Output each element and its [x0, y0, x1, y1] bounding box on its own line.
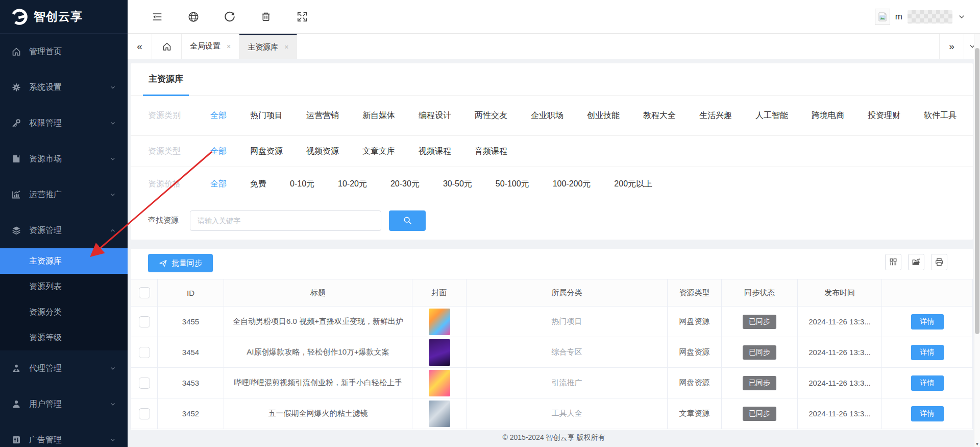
- sidebar-subitem-main-repository[interactable]: 主资源库: [0, 248, 128, 274]
- row-checkbox[interactable]: [139, 378, 150, 389]
- filter-option[interactable]: 企业职场: [531, 110, 564, 121]
- brand-logo-icon: [10, 8, 29, 26]
- row-cover-cell: [412, 307, 467, 337]
- filter-label: 资源类型: [148, 146, 189, 157]
- column-display-button[interactable]: [885, 254, 901, 270]
- table-tools: [885, 254, 947, 270]
- close-icon[interactable]: ×: [227, 42, 231, 51]
- chevron-down-icon: [109, 120, 116, 127]
- filter-option[interactable]: 免费: [250, 179, 266, 190]
- filter-option[interactable]: 文章文库: [362, 146, 395, 157]
- filter-option[interactable]: 编程设计: [419, 110, 451, 121]
- fullscreen-icon[interactable]: [296, 11, 308, 23]
- sidebar-subitem-resource-level[interactable]: 资源等级: [0, 325, 128, 350]
- row-action-cell: 详情: [882, 398, 972, 429]
- filter-option[interactable]: 全部: [210, 179, 227, 190]
- search-icon: [403, 216, 412, 225]
- print-button[interactable]: [931, 254, 947, 270]
- filter-option[interactable]: 全部: [210, 146, 227, 157]
- user-menu[interactable]: m: [875, 9, 966, 25]
- resource-table: ID 标题 封面 所属分类 资源类型 同步状态 发布时间 3455: [131, 279, 973, 429]
- filter-option[interactable]: 200元以上: [614, 179, 652, 190]
- sidebar-item-resource-management[interactable]: 资源管理: [0, 213, 128, 248]
- sidebar-subitem-resource-list[interactable]: 资源列表: [0, 274, 128, 299]
- user-icon: [11, 399, 21, 409]
- tab-global-settings[interactable]: 全局设置 ×: [182, 34, 239, 59]
- filter-option[interactable]: 30-50元: [443, 179, 472, 190]
- filter-option[interactable]: 两性交友: [475, 110, 507, 121]
- filter-option[interactable]: 视频资源: [306, 146, 339, 157]
- sync-status-badge: 已同步: [743, 315, 776, 329]
- scrollbar-down-arrow[interactable]: ▼: [974, 442, 980, 446]
- language-globe-icon[interactable]: [187, 11, 200, 23]
- detail-button[interactable]: 详情: [911, 375, 944, 391]
- sidebar-item-label: 系统设置: [29, 82, 109, 93]
- filter-option[interactable]: 视频课程: [419, 146, 451, 157]
- tabs-scroll-right-button[interactable]: »: [939, 34, 964, 59]
- filter-option[interactable]: 投资理财: [868, 110, 900, 121]
- sidebar-item-permissions[interactable]: 权限管理: [0, 105, 128, 141]
- filter-option[interactable]: 音频课程: [475, 146, 507, 157]
- gear-icon: [11, 82, 21, 92]
- chevron-down-icon: [109, 365, 116, 372]
- sidebar-item-system-settings[interactable]: 系统设置: [0, 69, 128, 105]
- row-checkbox[interactable]: [139, 316, 150, 327]
- sidebar-item-user-management[interactable]: 用户管理: [0, 386, 128, 422]
- row-id: 3455: [158, 307, 224, 337]
- tabs-scroll-left-button[interactable]: «: [128, 34, 152, 59]
- close-icon[interactable]: ×: [284, 43, 288, 51]
- filter-option[interactable]: 10-20元: [338, 179, 367, 190]
- batch-sync-button[interactable]: 批量同步: [148, 254, 213, 272]
- filter-option[interactable]: 跨境电商: [812, 110, 844, 121]
- filter-option[interactable]: 软件工具: [924, 110, 957, 121]
- detail-button[interactable]: 详情: [911, 345, 944, 360]
- row-checkbox[interactable]: [139, 408, 150, 419]
- filter-option[interactable]: 运营营销: [306, 110, 339, 121]
- detail-button[interactable]: 详情: [911, 406, 944, 421]
- filter-option[interactable]: 50-100元: [496, 179, 529, 190]
- avatar: [875, 9, 890, 25]
- table-header-row: ID 标题 封面 所属分类 资源类型 同步状态 发布时间: [131, 279, 972, 307]
- filter-option[interactable]: 100-200元: [553, 179, 591, 190]
- tab-home[interactable]: [152, 34, 182, 59]
- filter-option[interactable]: 0-10元: [290, 179, 314, 190]
- sidebar-item-agent-management[interactable]: 代理管理: [0, 350, 128, 386]
- sidebar-item-operations[interactable]: 运营推广: [0, 177, 128, 213]
- row-checkbox[interactable]: [139, 347, 150, 358]
- sidebar-item-ad-management[interactable]: 广告管理: [0, 422, 128, 447]
- filter-option[interactable]: 创业技能: [587, 110, 620, 121]
- select-all-checkbox[interactable]: [139, 287, 150, 298]
- search-button[interactable]: [389, 210, 426, 231]
- filter-option[interactable]: 教程大全: [643, 110, 676, 121]
- row-publish-time: 2024-11-26 13:3...: [798, 398, 882, 429]
- book-icon: [11, 154, 21, 164]
- detail-button[interactable]: 详情: [911, 314, 944, 330]
- filter-option[interactable]: 全部: [210, 110, 227, 121]
- search-input[interactable]: [190, 210, 381, 231]
- sidebar-item-label: 用户管理: [29, 399, 109, 410]
- row-type: 网盘资源: [668, 337, 722, 367]
- filter-option[interactable]: 新自媒体: [362, 110, 395, 121]
- filter-option[interactable]: 热门项目: [250, 110, 283, 121]
- vertical-scrollbar[interactable]: ▼: [974, 34, 980, 447]
- sidebar-subitem-resource-category[interactable]: 资源分类: [0, 299, 128, 325]
- scrollbar-thumb[interactable]: [975, 48, 979, 334]
- table-row: 3454 AI原创爆款攻略，轻松创作10万+爆款文案 综合专区 网盘资源 已同步…: [131, 337, 972, 368]
- tab-label: 全局设置: [190, 41, 220, 51]
- sidebar-item-resource-market[interactable]: 资源市场: [0, 141, 128, 177]
- trash-icon[interactable]: [260, 11, 272, 23]
- filter-option[interactable]: 20-30元: [390, 179, 420, 190]
- topbar: m: [128, 0, 980, 34]
- filter-option[interactable]: 生活兴趣: [699, 110, 732, 121]
- tab-main-repository[interactable]: 主资源库 ×: [239, 34, 297, 59]
- refresh-icon[interactable]: [224, 11, 236, 23]
- panel-title-tab[interactable]: 主资源库: [143, 64, 189, 96]
- filter-option[interactable]: 网盘资源: [250, 146, 283, 157]
- export-button[interactable]: [908, 254, 924, 270]
- sidebar-item-label: 资源市场: [29, 154, 109, 164]
- sidebar-item-dashboard[interactable]: 管理首页: [0, 34, 128, 69]
- chevron-up-icon: [109, 227, 116, 234]
- collapse-sidebar-icon[interactable]: [151, 11, 163, 23]
- filter-option[interactable]: 人工智能: [755, 110, 788, 121]
- col-header-id: ID: [158, 279, 224, 306]
